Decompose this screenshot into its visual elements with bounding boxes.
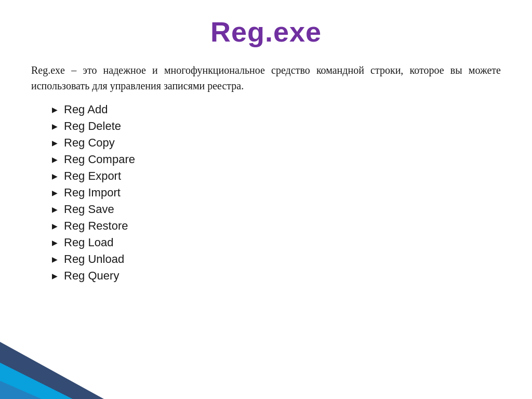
list-item: ▶Reg Add <box>52 103 501 116</box>
corner-decoration <box>0 331 135 399</box>
list-item: ▶Reg Copy <box>52 136 501 150</box>
list-item-label: Reg Copy <box>64 136 115 150</box>
list-item-label: Reg Export <box>64 169 121 183</box>
list-item-label: Reg Unload <box>64 252 124 266</box>
list-item-label: Reg Load <box>64 236 113 249</box>
list-item: ▶Reg Delete <box>52 119 501 133</box>
list-arrow-icon: ▶ <box>52 139 58 147</box>
list-item-label: Reg Import <box>64 186 121 200</box>
list-arrow-icon: ▶ <box>52 189 58 197</box>
list-arrow-icon: ▶ <box>52 105 58 114</box>
list-item: ▶Reg Load <box>52 236 501 249</box>
list-item-label: Reg Restore <box>64 219 128 233</box>
list-arrow-icon: ▶ <box>52 272 58 280</box>
list-item: ▶Reg Restore <box>52 219 501 233</box>
list-item-label: Reg Add <box>64 103 108 116</box>
list-arrow-icon: ▶ <box>52 222 58 230</box>
list-arrow-icon: ▶ <box>52 238 58 247</box>
list-item: ▶Reg Query <box>52 269 501 283</box>
list-arrow-icon: ▶ <box>52 155 58 164</box>
list-item-label: Reg Save <box>64 203 114 216</box>
list-item: ▶Reg Import <box>52 186 501 200</box>
list-item: ▶Reg Unload <box>52 252 501 266</box>
page-title: Reg.exe <box>31 16 501 48</box>
slide-container: Reg.exe Reg.exe – это надежное и многофу… <box>0 0 532 399</box>
list-arrow-icon: ▶ <box>52 255 58 263</box>
list-item-label: Reg Delete <box>64 119 121 133</box>
list-arrow-icon: ▶ <box>52 205 58 214</box>
list-item-label: Reg Compare <box>64 153 135 166</box>
list-item: ▶Reg Save <box>52 203 501 216</box>
list-arrow-icon: ▶ <box>52 172 58 180</box>
list-item: ▶Reg Compare <box>52 153 501 166</box>
bullet-list: ▶Reg Add▶Reg Delete▶Reg Copy▶Reg Compare… <box>52 103 501 283</box>
list-item: ▶Reg Export <box>52 169 501 183</box>
list-item-label: Reg Query <box>64 269 119 283</box>
description-text: Reg.exe – это надежное и многофункционал… <box>31 62 501 94</box>
list-arrow-icon: ▶ <box>52 122 58 130</box>
